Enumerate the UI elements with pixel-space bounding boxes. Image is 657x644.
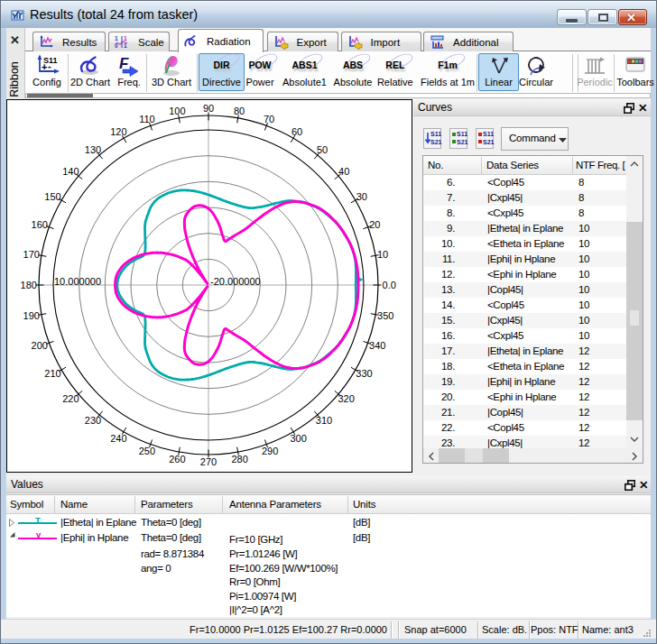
svg-text:50: 50 (317, 144, 328, 155)
svg-text:30: 30 (356, 191, 367, 202)
svg-text:60: 60 (291, 126, 302, 137)
svg-text:90: 90 (203, 103, 214, 114)
svg-text:210: 210 (44, 368, 60, 379)
svg-text:20: 20 (369, 219, 380, 230)
svg-text:120: 120 (110, 126, 126, 137)
svg-text:130: 130 (85, 144, 101, 155)
svg-text:-20.000000: -20.000000 (210, 276, 261, 287)
svg-text:180: 180 (21, 280, 37, 290)
svg-text:350: 350 (377, 310, 393, 321)
svg-text:320: 320 (338, 393, 354, 404)
svg-text:310: 310 (316, 415, 332, 426)
svg-text:+: + (42, 61, 47, 72)
svg-text:240: 240 (110, 433, 126, 444)
svg-text:70: 70 (264, 114, 274, 124)
svg-text:150: 150 (44, 191, 60, 202)
svg-text:10.000000: 10.000000 (54, 276, 101, 287)
svg-text:170: 170 (23, 249, 40, 260)
svg-text:340: 340 (369, 340, 385, 351)
svg-text:200: 200 (32, 340, 48, 351)
svg-text:230: 230 (85, 415, 101, 426)
svg-text:1: 1 (115, 35, 118, 41)
svg-text:-: - (48, 60, 51, 71)
svg-text:10: 10 (377, 249, 388, 260)
svg-text:330: 330 (356, 368, 372, 379)
svg-text:220: 220 (62, 393, 79, 404)
svg-text:110: 110 (139, 114, 155, 124)
svg-text:80: 80 (234, 106, 245, 116)
svg-text:290: 290 (262, 446, 278, 456)
svg-text:190: 190 (23, 310, 40, 321)
svg-text:140: 140 (62, 166, 79, 177)
svg-text:300: 300 (290, 433, 306, 444)
svg-text:250: 250 (139, 446, 155, 456)
svg-text:280: 280 (231, 454, 247, 465)
svg-text:40: 40 (338, 166, 349, 177)
svg-text:160: 160 (32, 219, 48, 230)
svg-text:0.0: 0.0 (383, 280, 396, 290)
svg-text:1: 1 (124, 35, 127, 41)
svg-text:100: 100 (169, 106, 185, 116)
svg-text:260: 260 (169, 454, 185, 465)
svg-text:270: 270 (200, 456, 217, 467)
